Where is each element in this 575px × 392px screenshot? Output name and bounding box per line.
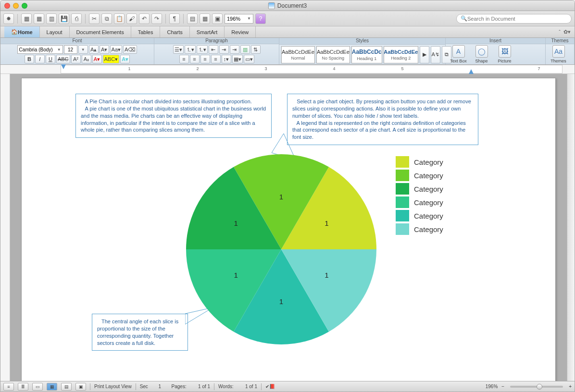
- chevron-up-icon[interactable]: ˆ: [559, 29, 561, 35]
- font-size-select[interactable]: 12: [64, 45, 77, 54]
- pie-chart[interactable]: 111111: [185, 153, 377, 345]
- indent-marker-right[interactable]: [469, 69, 474, 74]
- zoom-percent[interactable]: 196%: [486, 384, 498, 389]
- new-button[interactable]: ✸: [3, 13, 14, 24]
- insert-shape-button[interactable]: ◯Shape: [471, 45, 492, 63]
- undo-button[interactable]: ↶: [139, 13, 150, 24]
- underline-button[interactable]: U: [46, 55, 55, 63]
- tab-review[interactable]: Review: [225, 26, 256, 37]
- zoom-in-button[interactable]: +: [569, 384, 572, 389]
- format-painter-button[interactable]: 🖌: [126, 13, 137, 24]
- align-center-button[interactable]: ≡: [190, 55, 200, 63]
- bullets-button[interactable]: ☰▾: [173, 45, 184, 54]
- callout-instructions[interactable]: Select a pie chart object. By pressing a…: [287, 94, 478, 145]
- tab-layout[interactable]: Layout: [40, 26, 70, 37]
- tab-tables[interactable]: Tables: [131, 26, 161, 37]
- themes-button[interactable]: AaThemes: [548, 45, 569, 63]
- view-outline-button[interactable]: ≣: [18, 383, 28, 391]
- horizontal-ruler[interactable]: 1 2 3 4 5 7: [0, 65, 575, 74]
- gear-icon[interactable]: ✿▾: [563, 29, 571, 35]
- legend-item[interactable]: Category: [396, 223, 443, 235]
- borders-button[interactable]: ▭▾: [244, 55, 254, 63]
- zoom-icon[interactable]: [22, 3, 27, 9]
- tab-home[interactable]: 🏠 Home: [4, 26, 40, 37]
- zoom-select[interactable]: 196%▼: [225, 14, 253, 24]
- strikethrough-button[interactable]: ABC: [56, 55, 70, 63]
- subscript-button[interactable]: A₂: [82, 55, 91, 63]
- spellcheck-icon[interactable]: ✔📕: [265, 384, 275, 389]
- legend-item[interactable]: Category: [396, 183, 443, 195]
- zoom-thumb[interactable]: [537, 384, 542, 390]
- paste-button[interactable]: 📋: [114, 13, 125, 24]
- sidebar-button[interactable]: ▤: [187, 13, 198, 24]
- zoom-slider[interactable]: [510, 386, 563, 388]
- tab-smartart[interactable]: SmartArt: [190, 26, 225, 37]
- search-field[interactable]: 🔍: [456, 14, 572, 24]
- save-button[interactable]: 💾: [59, 13, 69, 24]
- open-recent-button[interactable]: ▦: [34, 13, 44, 24]
- bold-button[interactable]: B: [25, 55, 34, 63]
- callout-intro[interactable]: A Pie Chart is a circular chart divided …: [75, 94, 272, 138]
- shading-button[interactable]: ▦▾: [232, 55, 243, 63]
- cut-button[interactable]: ✂: [89, 13, 100, 24]
- styles-more-button[interactable]: ▶: [420, 46, 429, 63]
- new-window-button[interactable]: ▥: [46, 13, 57, 24]
- document-viewport[interactable]: A Pie Chart is a circular chart divided …: [10, 74, 567, 381]
- grow-font-button[interactable]: A▴: [89, 45, 99, 54]
- view-publishing-button[interactable]: ▭: [32, 383, 43, 391]
- minimize-icon[interactable]: [13, 3, 19, 9]
- change-case-button[interactable]: Aa▾: [110, 45, 122, 54]
- style-heading-1[interactable]: AaBbCcDcHeading 1: [351, 46, 382, 63]
- styles-pane-button[interactable]: A↯: [431, 46, 440, 63]
- sort-button[interactable]: ⇅: [251, 45, 261, 54]
- copy-button[interactable]: ⧉: [101, 13, 112, 24]
- line-spacing-button[interactable]: ↕▾: [222, 55, 231, 63]
- style-no-spacing[interactable]: AaBbCcDdEeNo Spacing: [316, 46, 350, 63]
- zoom-out-button[interactable]: −: [501, 384, 504, 389]
- tab-charts[interactable]: Charts: [160, 26, 189, 37]
- legend-item[interactable]: Category: [396, 156, 443, 168]
- view-print-layout-button[interactable]: ▦: [47, 383, 57, 391]
- close-icon[interactable]: [4, 3, 10, 9]
- numbering-button[interactable]: ⒈▾: [185, 45, 196, 54]
- search-input[interactable]: [467, 16, 567, 22]
- view-draft-button[interactable]: ≡: [3, 383, 14, 391]
- italic-button[interactable]: I: [35, 55, 45, 63]
- view-focus-button[interactable]: ▣: [75, 383, 86, 391]
- superscript-button[interactable]: A²: [71, 55, 81, 63]
- align-right-button[interactable]: ≡: [200, 55, 210, 63]
- show-marks-button[interactable]: ¶: [169, 13, 180, 24]
- text-effects-button[interactable]: A▾: [120, 55, 130, 63]
- print-button[interactable]: ⎙: [71, 13, 82, 24]
- highlight-button[interactable]: ABC▾: [103, 55, 120, 63]
- legend-item[interactable]: Category: [396, 170, 443, 181]
- vertical-scrollbar[interactable]: [567, 74, 575, 381]
- tab-document-elements[interactable]: Document Elements: [70, 26, 131, 37]
- indent-marker[interactable]: [61, 64, 66, 69]
- help-button[interactable]: ?: [255, 13, 266, 24]
- align-left-button[interactable]: ≡: [179, 55, 189, 63]
- vertical-ruler[interactable]: [0, 74, 10, 381]
- view-notebook-button[interactable]: ▤: [61, 383, 72, 391]
- font-name-select[interactable]: Cambria (Body)▼: [17, 45, 63, 54]
- style-heading-2[interactable]: AaBbCcDdEeHeading 2: [384, 46, 418, 63]
- open-button[interactable]: ▦: [21, 13, 32, 24]
- redo-button[interactable]: ↷: [151, 13, 162, 24]
- columns-button[interactable]: ▥: [240, 45, 250, 54]
- font-size-dropdown[interactable]: ▼: [78, 45, 88, 54]
- indent-right-button[interactable]: ⇥: [219, 45, 229, 54]
- font-color-button[interactable]: A▾: [92, 55, 102, 63]
- gallery-button[interactable]: ▣: [212, 13, 223, 24]
- insert-picture-button[interactable]: 🖼Picture: [494, 45, 515, 63]
- insert-textbox-button[interactable]: AText Box: [448, 45, 469, 63]
- clear-formatting-button[interactable]: A⌫: [123, 45, 137, 54]
- multilevel-button[interactable]: ⒈▾: [197, 45, 208, 54]
- indent-left-button[interactable]: ⇤: [209, 45, 218, 54]
- callout-angle[interactable]: The central angle of each slice is propo…: [92, 314, 188, 351]
- legend-item[interactable]: Category: [396, 210, 443, 221]
- style-normal[interactable]: AaBbCcDdEeNormal: [281, 46, 315, 63]
- shrink-font-button[interactable]: A▾: [100, 45, 109, 54]
- justify-button[interactable]: ≡: [211, 55, 221, 63]
- legend-item[interactable]: Category: [396, 196, 443, 208]
- page[interactable]: A Pie Chart is a circular chart divided …: [21, 78, 556, 381]
